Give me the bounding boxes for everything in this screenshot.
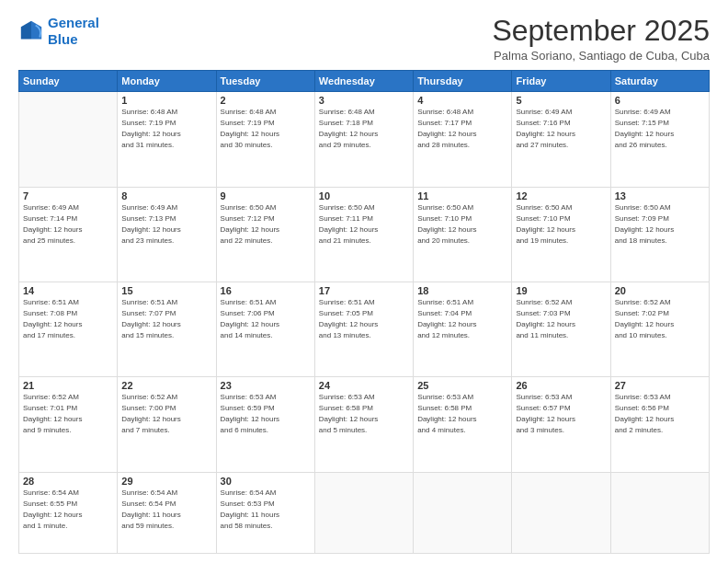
table-row: 22Sunrise: 6:52 AM Sunset: 7:00 PM Dayli… bbox=[118, 377, 216, 472]
logo: General Blue bbox=[18, 15, 99, 48]
day-number: 29 bbox=[121, 476, 211, 487]
table-row bbox=[610, 472, 709, 553]
table-row bbox=[414, 472, 512, 553]
day-number: 3 bbox=[319, 95, 409, 106]
day-number: 23 bbox=[221, 380, 311, 391]
day-info: Sunrise: 6:49 AM Sunset: 7:16 PM Dayligh… bbox=[516, 107, 606, 151]
header-row: Sunday Monday Tuesday Wednesday Thursday… bbox=[19, 71, 710, 92]
day-info: Sunrise: 6:48 AM Sunset: 7:17 PM Dayligh… bbox=[417, 107, 507, 151]
day-number: 18 bbox=[417, 285, 507, 296]
table-row: 6Sunrise: 6:49 AM Sunset: 7:15 PM Daylig… bbox=[610, 92, 709, 187]
day-number: 4 bbox=[417, 95, 507, 106]
table-row: 4Sunrise: 6:48 AM Sunset: 7:17 PM Daylig… bbox=[414, 92, 512, 187]
logo-icon bbox=[18, 18, 44, 44]
table-row: 8Sunrise: 6:49 AM Sunset: 7:13 PM Daylig… bbox=[118, 187, 216, 282]
day-number: 19 bbox=[516, 285, 606, 296]
table-row: 24Sunrise: 6:53 AM Sunset: 6:58 PM Dayli… bbox=[314, 377, 413, 472]
day-number: 11 bbox=[417, 190, 507, 201]
subtitle: Palma Soriano, Santiago de Cuba, Cuba bbox=[492, 49, 710, 63]
table-row: 27Sunrise: 6:53 AM Sunset: 6:56 PM Dayli… bbox=[610, 377, 709, 472]
day-info: Sunrise: 6:50 AM Sunset: 7:11 PM Dayligh… bbox=[319, 202, 409, 247]
day-info: Sunrise: 6:52 AM Sunset: 7:01 PM Dayligh… bbox=[23, 392, 113, 436]
day-number: 16 bbox=[221, 285, 311, 296]
day-number: 2 bbox=[221, 95, 311, 106]
table-row: 7Sunrise: 6:49 AM Sunset: 7:14 PM Daylig… bbox=[19, 187, 118, 282]
day-info: Sunrise: 6:49 AM Sunset: 7:14 PM Dayligh… bbox=[23, 202, 113, 247]
day-info: Sunrise: 6:51 AM Sunset: 7:04 PM Dayligh… bbox=[417, 297, 507, 341]
table-row: 3Sunrise: 6:48 AM Sunset: 7:18 PM Daylig… bbox=[314, 92, 413, 187]
table-row: 17Sunrise: 6:51 AM Sunset: 7:05 PM Dayli… bbox=[314, 282, 413, 376]
table-row: 16Sunrise: 6:51 AM Sunset: 7:06 PM Dayli… bbox=[216, 282, 314, 376]
table-row: 10Sunrise: 6:50 AM Sunset: 7:11 PM Dayli… bbox=[314, 187, 413, 282]
day-info: Sunrise: 6:48 AM Sunset: 7:18 PM Dayligh… bbox=[319, 107, 409, 151]
table-row: 18Sunrise: 6:51 AM Sunset: 7:04 PM Dayli… bbox=[414, 282, 512, 376]
day-info: Sunrise: 6:50 AM Sunset: 7:10 PM Dayligh… bbox=[516, 202, 606, 247]
title-block: September 2025 Palma Soriano, Santiago d… bbox=[492, 15, 710, 63]
day-number: 27 bbox=[615, 380, 705, 391]
day-number: 14 bbox=[23, 285, 113, 296]
table-row: 30Sunrise: 6:54 AM Sunset: 6:53 PM Dayli… bbox=[216, 472, 314, 553]
header: General Blue September 2025 Palma Sorian… bbox=[18, 15, 710, 63]
table-row: 29Sunrise: 6:54 AM Sunset: 6:54 PM Dayli… bbox=[118, 472, 216, 553]
day-number: 13 bbox=[615, 190, 705, 201]
logo-text: General Blue bbox=[48, 15, 99, 48]
day-number: 25 bbox=[417, 380, 507, 391]
col-saturday: Saturday bbox=[610, 71, 709, 92]
col-wednesday: Wednesday bbox=[314, 71, 413, 92]
day-info: Sunrise: 6:53 AM Sunset: 6:58 PM Dayligh… bbox=[319, 392, 409, 436]
day-info: Sunrise: 6:48 AM Sunset: 7:19 PM Dayligh… bbox=[221, 107, 311, 151]
table-row: 23Sunrise: 6:53 AM Sunset: 6:59 PM Dayli… bbox=[216, 377, 314, 472]
table-row: 26Sunrise: 6:53 AM Sunset: 6:57 PM Dayli… bbox=[512, 377, 610, 472]
table-row: 12Sunrise: 6:50 AM Sunset: 7:10 PM Dayli… bbox=[512, 187, 610, 282]
col-tuesday: Tuesday bbox=[216, 71, 314, 92]
table-row: 25Sunrise: 6:53 AM Sunset: 6:58 PM Dayli… bbox=[414, 377, 512, 472]
day-number: 24 bbox=[319, 380, 409, 391]
day-info: Sunrise: 6:52 AM Sunset: 7:02 PM Dayligh… bbox=[615, 297, 705, 341]
day-info: Sunrise: 6:50 AM Sunset: 7:12 PM Dayligh… bbox=[221, 202, 311, 247]
day-info: Sunrise: 6:50 AM Sunset: 7:09 PM Dayligh… bbox=[615, 202, 705, 247]
day-info: Sunrise: 6:49 AM Sunset: 7:13 PM Dayligh… bbox=[121, 202, 211, 247]
day-number: 26 bbox=[516, 380, 606, 391]
day-number: 12 bbox=[516, 190, 606, 201]
day-number: 17 bbox=[319, 285, 409, 296]
day-number: 30 bbox=[221, 476, 311, 487]
svg-marker-1 bbox=[21, 21, 31, 40]
table-row: 9Sunrise: 6:50 AM Sunset: 7:12 PM Daylig… bbox=[216, 187, 314, 282]
day-number: 1 bbox=[121, 95, 211, 106]
calendar: Sunday Monday Tuesday Wednesday Thursday… bbox=[18, 70, 710, 554]
day-info: Sunrise: 6:51 AM Sunset: 7:07 PM Dayligh… bbox=[121, 297, 211, 341]
table-row: 20Sunrise: 6:52 AM Sunset: 7:02 PM Dayli… bbox=[610, 282, 709, 376]
logo-line2: Blue bbox=[48, 31, 78, 47]
day-info: Sunrise: 6:50 AM Sunset: 7:10 PM Dayligh… bbox=[417, 202, 507, 247]
table-row: 19Sunrise: 6:52 AM Sunset: 7:03 PM Dayli… bbox=[512, 282, 610, 376]
table-row: 11Sunrise: 6:50 AM Sunset: 7:10 PM Dayli… bbox=[414, 187, 512, 282]
day-info: Sunrise: 6:53 AM Sunset: 6:58 PM Dayligh… bbox=[417, 392, 507, 436]
table-row: 5Sunrise: 6:49 AM Sunset: 7:16 PM Daylig… bbox=[512, 92, 610, 187]
logo-line1: General bbox=[48, 15, 99, 30]
day-number: 15 bbox=[121, 285, 211, 296]
table-row: 14Sunrise: 6:51 AM Sunset: 7:08 PM Dayli… bbox=[19, 282, 118, 376]
day-info: Sunrise: 6:52 AM Sunset: 7:00 PM Dayligh… bbox=[121, 392, 211, 436]
table-row: 15Sunrise: 6:51 AM Sunset: 7:07 PM Dayli… bbox=[118, 282, 216, 376]
day-number: 20 bbox=[615, 285, 705, 296]
page: General Blue September 2025 Palma Sorian… bbox=[0, 0, 728, 563]
table-row: 21Sunrise: 6:52 AM Sunset: 7:01 PM Dayli… bbox=[19, 377, 118, 472]
day-info: Sunrise: 6:53 AM Sunset: 6:59 PM Dayligh… bbox=[221, 392, 311, 436]
day-info: Sunrise: 6:54 AM Sunset: 6:54 PM Dayligh… bbox=[121, 488, 211, 532]
day-number: 8 bbox=[121, 190, 211, 201]
col-friday: Friday bbox=[512, 71, 610, 92]
table-row bbox=[314, 472, 413, 553]
day-number: 21 bbox=[23, 380, 113, 391]
col-monday: Monday bbox=[118, 71, 216, 92]
table-row bbox=[19, 92, 118, 187]
table-row bbox=[512, 472, 610, 553]
day-info: Sunrise: 6:54 AM Sunset: 6:55 PM Dayligh… bbox=[23, 488, 113, 532]
day-number: 5 bbox=[516, 95, 606, 106]
day-number: 6 bbox=[615, 95, 705, 106]
day-number: 22 bbox=[121, 380, 211, 391]
day-number: 9 bbox=[221, 190, 311, 201]
day-info: Sunrise: 6:48 AM Sunset: 7:19 PM Dayligh… bbox=[121, 107, 211, 151]
day-info: Sunrise: 6:51 AM Sunset: 7:05 PM Dayligh… bbox=[319, 297, 409, 341]
col-sunday: Sunday bbox=[19, 71, 118, 92]
table-row: 28Sunrise: 6:54 AM Sunset: 6:55 PM Dayli… bbox=[19, 472, 118, 553]
